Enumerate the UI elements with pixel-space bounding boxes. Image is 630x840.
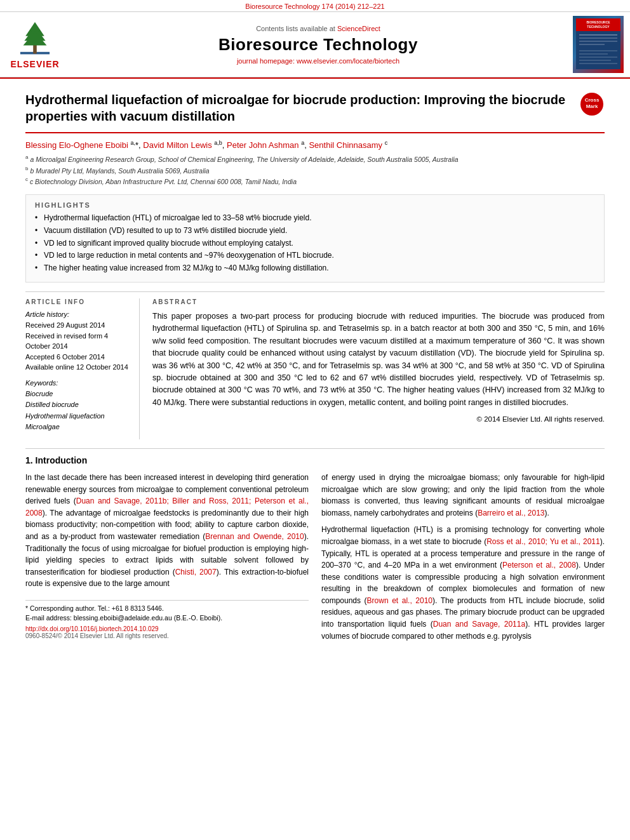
journal-citation-bar: Bioresource Technology 174 (2014) 212–22… — [0, 0, 630, 11]
journal-header-inner: ELSEVIER Contents lists available at Sci… — [0, 11, 630, 77]
highlights-list: Hydrothermal liquefaction (HTL) of micro… — [35, 213, 595, 274]
highlights-box: HIGHLIGHTS Hydrothermal liquefaction (HT… — [25, 194, 605, 283]
introduction-body: In the last decade there has been increa… — [25, 472, 605, 647]
footnote-section: * Corresponding author. Tel.: +61 8 8313… — [25, 600, 309, 622]
highlight-item: Vacuum distillation (VD) resulted to up … — [35, 225, 595, 236]
elsevier-logo: ELSEVIER — [6, 20, 64, 69]
journal-cover-image: BIORESOURCE TECHNOLOGY — [573, 16, 624, 73]
ref-barreiro[interactable]: Barreiro et al., 2013 — [478, 509, 544, 517]
highlight-item: The higher heating value increased from … — [35, 263, 595, 274]
corresponding-author-note: * Corresponding author. Tel.: +61 8 8313… — [25, 604, 309, 612]
keywords-title: Keywords: — [25, 379, 130, 387]
article-info-abstract-section: ARTICLE INFO Article history: Received 2… — [25, 291, 605, 439]
affiliation-b: b b Muradel Pty Ltd, Maylands, South Aus… — [25, 165, 605, 176]
abstract-text: This paper proposes a two-part process f… — [152, 310, 605, 425]
svg-text:BIORESOURCE: BIORESOURCE — [586, 20, 610, 24]
journal-title: Bioresource Technology — [64, 35, 573, 55]
cover-title: BIORESOURCE TECHNOLOGY — [576, 18, 620, 70]
sciencedirect-link[interactable]: ScienceDirect — [337, 25, 380, 32]
highlight-item: VD led to significant improved quality b… — [35, 238, 595, 249]
author-chinnasamy[interactable]: Senthil Chinnasamy — [309, 140, 382, 150]
copyright-line: © 2014 Elsevier Ltd. All rights reserved… — [152, 414, 605, 425]
ref-duan-savage[interactable]: Duan and Savage, 2011b; Biller and Ross,… — [25, 497, 309, 517]
received-date-1: Received 29 August 2014 Received in revi… — [25, 320, 130, 373]
svg-rect-13 — [579, 50, 617, 51]
svg-rect-14 — [579, 53, 608, 55]
affiliation-a: a a Microalgal Engineering Research Grou… — [25, 154, 605, 164]
abstract-column: ABSTRACT This paper proposes a two-part … — [152, 298, 605, 439]
journal-citation: Bioresource Technology 174 (2014) 212–22… — [245, 3, 384, 10]
svg-rect-9 — [579, 34, 617, 36]
article-title: Hydrothermal liquefaction of microalgae … — [25, 91, 573, 124]
issn-section: 0960-8524/© 2014 Elsevier Ltd. All right… — [25, 632, 309, 639]
crossmark-badge[interactable]: Cross Mark — [579, 91, 605, 117]
article-history-group: Article history: Received 29 August 2014… — [25, 310, 130, 373]
article-title-section: Hydrothermal liquefaction of microalgae … — [25, 91, 605, 133]
svg-text:Mark: Mark — [586, 103, 598, 109]
journal-title-center: Contents lists available at ScienceDirec… — [64, 25, 573, 65]
authors-line: Blessing Elo-Oghene Eboibi a,*, David Mi… — [25, 140, 605, 150]
journal-header: Bioresource Technology 174 (2014) 212–22… — [0, 0, 630, 79]
svg-rect-12 — [579, 44, 605, 45]
author-lewis[interactable]: David Milton Lewis — [143, 140, 211, 150]
svg-text:Cross: Cross — [585, 97, 600, 103]
article-title-text: Hydrothermal liquefaction of microalgae … — [25, 91, 573, 124]
svg-rect-16 — [579, 60, 611, 61]
intro-right-text: of energy used in drying the microalgae … — [321, 472, 605, 642]
ref-duan-savage2[interactable]: Duan and Savage, 2011a — [433, 620, 525, 629]
article-history-title: Article history: — [25, 310, 130, 318]
svg-rect-15 — [579, 57, 617, 58]
ref-chisti[interactable]: Chisti, 2007 — [175, 568, 217, 577]
journal-homepage: journal homepage: www.elsevier.com/locat… — [64, 57, 573, 65]
doi-section[interactable]: http://dx.doi.org/10.1016/j.biortech.201… — [25, 625, 309, 632]
keywords-list: Biocrude Distilled biocrude Hydrothermal… — [25, 389, 130, 433]
elsevier-tree-icon — [16, 20, 54, 58]
author-eboibi[interactable]: Blessing Elo-Oghene Eboibi — [25, 140, 128, 150]
introduction-heading: 1. Introduction — [25, 455, 605, 465]
ref-ross[interactable]: Ross et al., 2010; Yu et al., 2011 — [486, 537, 600, 546]
article-container: Hydrothermal liquefaction of microalgae … — [0, 79, 630, 660]
intro-right-col: of energy used in drying the microalgae … — [321, 472, 605, 647]
email-note: E-mail address: blessing.eboibi@adelaide… — [25, 614, 309, 622]
highlights-title: HIGHLIGHTS — [35, 201, 595, 209]
keywords-group: Keywords: Biocrude Distilled biocrude Hy… — [25, 379, 130, 433]
affiliation-c: c c Biotechnology Division, Aban Infrast… — [25, 176, 605, 187]
ref-brown[interactable]: Brown et al., 2010 — [367, 596, 432, 605]
svg-text:TECHNOLOGY: TECHNOLOGY — [587, 25, 610, 29]
svg-rect-11 — [579, 41, 617, 42]
highlight-item: Hydrothermal liquefaction (HTL) of micro… — [35, 213, 595, 223]
author-ashman[interactable]: Peter John Ashman — [227, 140, 298, 150]
sciencedirect-label: Contents lists available at ScienceDirec… — [64, 25, 573, 32]
introduction-section: 1. Introduction In the last decade there… — [25, 448, 605, 647]
svg-rect-10 — [579, 37, 617, 39]
highlight-item: VD led to large reduction in metal conte… — [35, 250, 595, 261]
affiliations: a a Microalgal Engineering Research Grou… — [25, 154, 605, 187]
ref-brennan[interactable]: Brennan and Owende, 2010 — [205, 532, 304, 541]
abstract-label: ABSTRACT — [152, 298, 605, 305]
ref-peterson[interactable]: Peterson et al., 2008 — [502, 561, 576, 570]
article-info-column: ARTICLE INFO Article history: Received 2… — [25, 298, 140, 439]
svg-rect-17 — [579, 63, 617, 64]
elsevier-text: ELSEVIER — [10, 59, 59, 69]
article-info-label: ARTICLE INFO — [25, 298, 130, 305]
intro-left-text: In the last decade there has been increa… — [25, 472, 309, 590]
intro-left-col: In the last decade there has been increa… — [25, 472, 309, 647]
